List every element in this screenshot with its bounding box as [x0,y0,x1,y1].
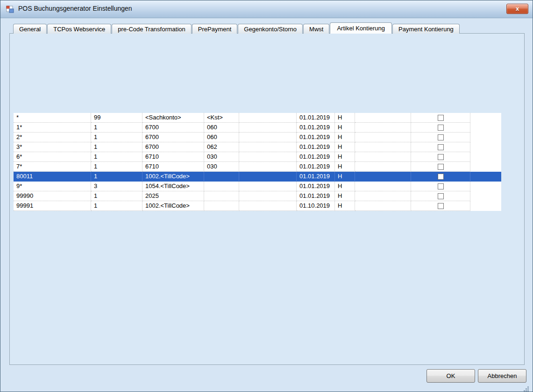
table-cell [411,162,470,172]
table-cell: 7* [14,162,91,172]
table-cell: H [335,201,355,211]
row-checkbox[interactable] [438,174,444,180]
table-cell [204,191,239,201]
tab[interactable]: Mwst [303,24,329,34]
table-row[interactable]: 9*31054.<TillCode>01.01.2019H [14,182,501,191]
table-cell [355,182,411,191]
table-cell: 1 [91,152,142,162]
row-checkbox[interactable] [438,193,444,199]
table-cell: H [335,172,355,182]
table-cell: 3* [14,142,91,152]
tab[interactable]: Gegenkonto/Storno [238,24,303,34]
tab-label: Gegenkonto/Storno [244,26,297,33]
table-row[interactable]: 2*1670006001.01.2019H [14,133,501,142]
table-cell: 1002.<TillCode> [142,172,204,182]
table-cell [355,133,411,142]
table-cell [239,162,297,172]
row-checkbox[interactable] [438,203,444,209]
table-cell: 6700 [142,142,204,152]
table-cell: 1 [91,133,142,142]
table-cell: 01.01.2019 [297,142,335,152]
tab[interactable]: TCPos Webservice [47,24,111,34]
row-checkbox[interactable] [438,125,444,131]
tab-label: TCPos Webservice [53,26,105,33]
tab-label: Payment Kontierung [398,26,454,33]
table-cell: 01.01.2019 [297,123,335,133]
table-cell: 01.01.2019 [297,113,335,123]
table-cell [239,123,297,133]
table-cell: H [335,182,355,191]
table-cell [239,113,297,123]
table-cell [411,172,470,182]
table-row[interactable]: 9999111002.<TillCode>01.10.2019H [14,201,501,211]
table-cell [204,201,239,211]
resize-grip[interactable] [527,386,529,388]
tab[interactable]: Payment Kontierung [392,24,460,34]
table-cell [239,182,297,191]
row-checkbox[interactable] [438,144,444,150]
table-cell: <Sachkonto> [142,113,204,123]
table-cell: H [335,162,355,172]
row-checkbox[interactable] [438,183,444,189]
table-cell [239,201,297,211]
cancel-button[interactable]: Abbrechen [478,369,526,383]
tab[interactable]: Artikel Kontierung [330,22,392,34]
row-checkbox[interactable] [438,134,444,140]
table-cell: 01.01.2019 [297,182,335,191]
table-cell [239,142,297,152]
table-cell: 01.10.2019 [297,201,335,211]
table-cell: 6700 [142,123,204,133]
tab-label: pre-Code Transformation [118,26,185,33]
table-cell: 1 [91,172,142,182]
tab[interactable]: PrePayment [192,24,238,34]
table-cell [411,182,470,191]
app-icon [6,6,14,13]
table-cell: 060 [204,133,239,142]
table-cell: 6700 [142,133,204,142]
table-cell: 2* [14,133,91,142]
row-checkbox[interactable] [438,154,444,160]
table-cell [355,191,411,201]
table-cell: 01.01.2019 [297,133,335,142]
tab-label: Mwst [309,26,323,33]
tab[interactable]: General [13,24,47,34]
table-row[interactable]: 8001111002.<TillCode>01.01.2019H [14,172,501,182]
table-cell: <Kst> [204,113,239,123]
table-cell: 01.01.2019 [297,191,335,201]
table-cell: 6710 [142,162,204,172]
table-cell: 6710 [142,152,204,162]
table-cell: 030 [204,152,239,162]
table-cell: 9* [14,182,91,191]
table-row[interactable]: 7*1671003001.01.2019H [14,162,501,172]
table-row[interactable]: *99<Sachkonto><Kst>01.01.2019H [14,113,501,123]
table-cell: 1 [91,142,142,152]
table-cell: 1* [14,123,91,133]
table-row[interactable]: 3*1670006201.01.2019H [14,142,501,152]
table-cell: 99990 [14,191,91,201]
title-bar[interactable]: POS Buchungsgenerator Einstellungen x [0,0,533,18]
close-button[interactable]: x [506,4,528,14]
table-cell [355,123,411,133]
table-cell: 01.01.2019 [297,162,335,172]
tab[interactable]: pre-Code Transformation [112,24,192,34]
table-row[interactable]: 1*1670006001.01.2019H [14,123,501,133]
tab-strip: GeneralTCPos Webservicepre-Code Transfor… [13,22,460,34]
table-cell [239,133,297,142]
table-cell: H [335,142,355,152]
ok-button[interactable]: OK [426,369,475,383]
table-cell [239,191,297,201]
row-checkbox[interactable] [438,164,444,170]
table-row[interactable]: 6*1671003001.01.2019H [14,152,501,162]
table-cell [411,113,470,123]
table-cell [355,201,411,211]
row-checkbox[interactable] [438,115,444,121]
window-title: POS Buchungsgenerator Einstellungen [18,5,132,12]
table-row[interactable]: 999901202501.01.2019H [14,191,501,201]
table-cell: * [14,113,91,123]
table-cell [411,142,470,152]
table-cell: 060 [204,123,239,133]
table-cell: 6* [14,152,91,162]
table-cell: 1002.<TillCode> [142,201,204,211]
table-cell: H [335,123,355,133]
table-cell [411,133,470,142]
